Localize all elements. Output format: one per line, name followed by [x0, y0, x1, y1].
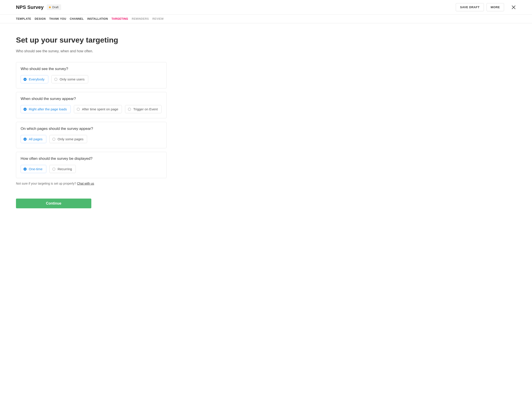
radio-icon — [52, 138, 55, 141]
radio-icon — [24, 78, 27, 81]
radio-icon — [24, 108, 27, 111]
option-label: All pages — [29, 137, 43, 141]
option-label: One-time — [29, 167, 43, 171]
option-after-page-loads[interactable]: Right after the page loads — [21, 105, 71, 113]
options-when: Right after the page loads After time sp… — [21, 105, 162, 113]
radio-icon — [54, 78, 57, 81]
main-heading: Set up your survey targeting — [16, 36, 168, 44]
status-label: Draft — [52, 6, 58, 9]
question-frequency: How often should the survey be displayed… — [21, 157, 162, 161]
top-bar-left: NPS Survey Draft — [16, 4, 61, 10]
tab-review[interactable]: REVIEW — [152, 15, 164, 23]
option-time-on-page[interactable]: After time spent on page — [74, 105, 122, 113]
close-icon[interactable] — [511, 5, 516, 10]
option-label: Only some pages — [58, 137, 83, 141]
radio-icon — [52, 168, 55, 171]
radio-icon — [128, 108, 131, 111]
option-everybody[interactable]: Everybody — [21, 75, 48, 83]
option-recurring[interactable]: Recurring — [50, 165, 76, 173]
tab-design[interactable]: DESIGN — [35, 15, 46, 23]
status-badge: Draft — [47, 4, 61, 10]
main-subheading: Who should see the survey, when and how … — [16, 49, 168, 53]
question-who: Who should see the survey? — [21, 67, 162, 71]
option-label: Trigger on Event — [133, 107, 158, 111]
tabs-bar: TEMPLATE DESIGN THANK YOU CHANNEL INSTAL… — [0, 15, 532, 23]
card-pages: On which pages should the survey appear?… — [16, 122, 167, 148]
tab-template[interactable]: TEMPLATE — [16, 15, 31, 23]
card-who: Who should see the survey? Everybody Onl… — [16, 62, 167, 88]
option-trigger-on-event[interactable]: Trigger on Event — [125, 105, 161, 113]
tab-installation[interactable]: INSTALLATION — [87, 15, 108, 23]
options-frequency: One-time Recurring — [21, 165, 162, 173]
tab-thank-you[interactable]: THANK YOU — [49, 15, 66, 23]
top-bar-right: SAVE DRAFT MORE — [456, 3, 516, 11]
chat-with-us-link[interactable]: Chat with us — [77, 182, 94, 185]
option-label: After time spent on page — [82, 107, 118, 111]
radio-icon — [24, 168, 27, 171]
question-when: When should the survey appear? — [21, 97, 162, 101]
card-frequency: How often should the survey be displayed… — [16, 152, 167, 178]
radio-icon — [24, 138, 27, 141]
option-label: Right after the page loads — [29, 107, 67, 111]
option-only-some-pages[interactable]: Only some pages — [50, 135, 87, 143]
option-only-some-users[interactable]: Only some users — [51, 75, 89, 83]
help-text: Not sure if your targeting is set up pro… — [16, 182, 77, 185]
tab-channel[interactable]: CHANNEL — [70, 15, 84, 23]
options-pages: All pages Only some pages — [21, 135, 162, 143]
option-label: Recurring — [58, 167, 72, 171]
radio-icon — [77, 108, 80, 111]
question-pages: On which pages should the survey appear? — [21, 126, 162, 131]
more-button[interactable]: MORE — [487, 3, 504, 11]
top-bar: NPS Survey Draft SAVE DRAFT MORE — [0, 0, 532, 15]
main-content: Set up your survey targeting Who should … — [0, 23, 168, 222]
options-who: Everybody Only some users — [21, 75, 162, 83]
card-when: When should the survey appear? Right aft… — [16, 92, 167, 118]
option-all-pages[interactable]: All pages — [21, 135, 46, 143]
continue-button[interactable]: Continue — [16, 199, 91, 208]
option-label: Everybody — [29, 77, 44, 81]
page-title: NPS Survey — [16, 4, 44, 10]
help-line: Not sure if your targeting is set up pro… — [16, 182, 168, 185]
option-label: Only some users — [60, 77, 85, 81]
option-one-time[interactable]: One-time — [21, 165, 46, 173]
status-dot-icon — [49, 6, 51, 8]
tab-targeting[interactable]: TARGETING — [112, 15, 128, 23]
tab-reminders[interactable]: REMINDERS — [132, 15, 149, 23]
save-draft-button[interactable]: SAVE DRAFT — [456, 3, 484, 11]
